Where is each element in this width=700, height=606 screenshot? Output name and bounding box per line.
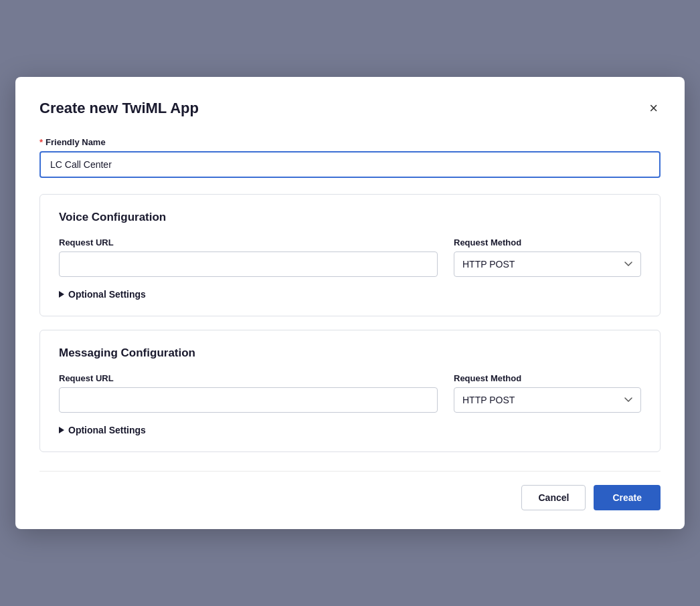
voice-optional-settings-toggle[interactable]: Optional Settings — [59, 289, 641, 300]
voice-config-row: Request URL Request Method HTTP POST HTT… — [59, 237, 641, 277]
messaging-config-row: Request URL Request Method HTTP POST HTT… — [59, 373, 641, 413]
friendly-name-input[interactable] — [39, 151, 661, 178]
voice-config-title: Voice Configuration — [59, 211, 641, 224]
modal-footer: Cancel Create — [39, 471, 661, 510]
voice-request-url-input[interactable] — [59, 251, 438, 277]
friendly-name-group: *Friendly Name — [39, 137, 661, 178]
messaging-request-url-label: Request URL — [59, 373, 438, 383]
chevron-right-icon — [59, 291, 64, 298]
messaging-config-title: Messaging Configuration — [59, 346, 641, 360]
voice-request-url-group: Request URL — [59, 237, 438, 277]
voice-request-method-select[interactable]: HTTP POST HTTP GET — [454, 251, 641, 277]
messaging-request-method-select[interactable]: HTTP POST HTTP GET — [454, 387, 641, 413]
messaging-optional-settings-label: Optional Settings — [68, 425, 146, 435]
voice-request-url-label: Request URL — [59, 237, 438, 247]
create-button[interactable]: Create — [594, 485, 661, 510]
required-star: * — [39, 137, 43, 147]
friendly-name-label: *Friendly Name — [39, 137, 661, 147]
chevron-right-icon-2 — [59, 427, 64, 433]
messaging-request-url-input[interactable] — [59, 387, 438, 413]
voice-request-method-label: Request Method — [454, 237, 641, 247]
close-button[interactable]: × — [646, 98, 661, 118]
messaging-request-method-label: Request Method — [454, 373, 641, 383]
voice-optional-settings-label: Optional Settings — [68, 289, 146, 300]
modal-title: Create new TwiML App — [39, 100, 199, 117]
voice-request-method-group: Request Method HTTP POST HTTP GET — [454, 237, 641, 277]
voice-configuration-section: Voice Configuration Request URL Request … — [39, 194, 661, 316]
messaging-request-url-group: Request URL — [59, 373, 438, 413]
messaging-request-method-group: Request Method HTTP POST HTTP GET — [454, 373, 641, 413]
create-twiml-app-modal: Create new TwiML App × *Friendly Name Vo… — [15, 77, 685, 529]
modal-header: Create new TwiML App × — [39, 98, 661, 118]
messaging-configuration-section: Messaging Configuration Request URL Requ… — [39, 330, 661, 452]
cancel-button[interactable]: Cancel — [521, 485, 586, 510]
messaging-optional-settings-toggle[interactable]: Optional Settings — [59, 425, 641, 435]
